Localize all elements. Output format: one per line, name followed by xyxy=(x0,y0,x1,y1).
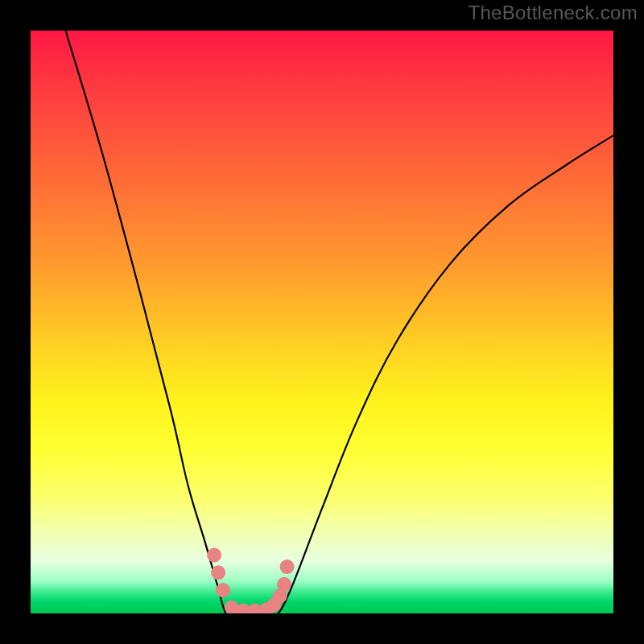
bottleneck-curve xyxy=(65,31,613,613)
marker-dot xyxy=(280,559,295,574)
watermark-text: TheBottleneck.com xyxy=(468,2,638,24)
marker-dot xyxy=(211,565,225,580)
marker-dot xyxy=(207,548,221,563)
markers-group xyxy=(207,548,295,613)
chart-stage: TheBottleneck.com xyxy=(0,0,644,644)
marker-dot xyxy=(216,583,230,597)
curve-layer xyxy=(31,31,613,613)
plot-area xyxy=(31,31,613,613)
marker-dot xyxy=(277,577,291,592)
